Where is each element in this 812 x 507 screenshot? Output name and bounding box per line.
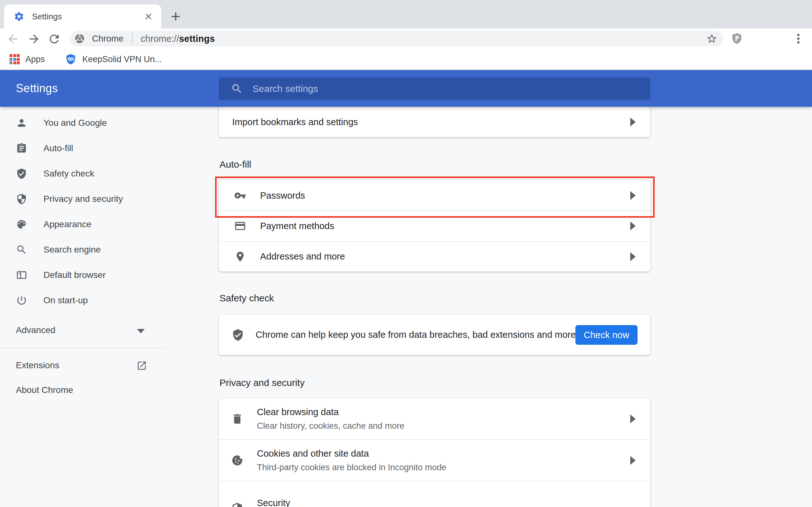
chevron-right-icon (630, 252, 636, 261)
browser-window: Settings (0, 0, 812, 507)
site-label: Chrome (92, 34, 124, 44)
safety-check-message: Chrome can help keep you safe from data … (256, 330, 576, 340)
privacy-card: Clear browsing data Clear history, cooki… (219, 398, 650, 507)
browser-toolbar: Chrome chrome://settings (0, 29, 812, 49)
chrome-logo-icon (74, 33, 85, 44)
sidebar-item-default-browser[interactable]: Default browser (0, 262, 165, 288)
back-icon[interactable] (6, 32, 20, 46)
url-path: settings (179, 34, 215, 44)
plus-icon (169, 9, 183, 23)
sidebar-item-safety-check[interactable]: Safety check (0, 161, 165, 186)
keepsolid-vpn-icon (65, 53, 77, 65)
search-icon (16, 244, 27, 256)
open-in-new-icon (136, 360, 147, 371)
row-clear-browsing-data[interactable]: Clear browsing data Clear history, cooki… (219, 398, 650, 440)
power-icon (16, 295, 27, 306)
sidebar-item-privacy[interactable]: Privacy and security (0, 186, 165, 212)
credit-card-icon (234, 220, 246, 232)
sidebar-item-appearance[interactable]: Appearance (0, 212, 165, 237)
shield-check-icon (16, 168, 27, 179)
import-bookmarks-row[interactable]: Import bookmarks and settings (219, 107, 650, 137)
key-icon (234, 189, 246, 202)
chevron-right-icon (630, 191, 636, 200)
tab-strip: Settings (0, 0, 812, 29)
omnibox-divider (132, 33, 133, 44)
chevron-down-icon (137, 329, 145, 333)
safety-check-card: Chrome can help keep you safe from data … (219, 315, 650, 355)
sidebar-item-autofill[interactable]: Auto-fill (0, 135, 165, 161)
url-scheme: chrome:// (141, 34, 179, 44)
settings-gear-favicon-icon (14, 11, 24, 22)
shield-check-icon (232, 329, 244, 341)
shield-half-icon (16, 193, 27, 205)
bookmarks-bar: Apps KeepSolid VPN Un... (0, 49, 812, 70)
sidebar-item-search-engine[interactable]: Search engine (0, 237, 165, 262)
row-payment-methods[interactable]: Payment methods (219, 211, 650, 241)
tab-close-icon[interactable] (143, 11, 154, 21)
settings-main: Import bookmarks and settings Auto-fill … (219, 107, 650, 507)
browser-menu-icon[interactable] (792, 32, 805, 45)
tab-settings[interactable]: Settings (4, 4, 161, 29)
chevron-right-icon (630, 414, 636, 424)
forward-icon[interactable] (27, 32, 41, 46)
sidebar-item-about-chrome[interactable]: About Chrome (0, 377, 165, 403)
section-heading-safety-check: Safety check (219, 293, 274, 303)
search-placeholder: Search settings (252, 83, 318, 94)
chevron-right-icon (630, 456, 636, 465)
sidebar-divider (0, 347, 165, 348)
section-heading-autofill: Auto-fill (219, 159, 251, 170)
bookmark-keepsolid-vpn[interactable]: KeepSolid VPN Un... (83, 55, 162, 64)
chevron-right-icon (630, 222, 636, 230)
sidebar-item-you-and-google[interactable]: You and Google (0, 110, 165, 135)
check-now-button[interactable]: Check now (575, 325, 638, 345)
settings-body: You and Google Auto-fill Safety check Pr… (0, 107, 812, 507)
settings-header: Settings Search settings (0, 70, 812, 107)
palette-icon (16, 219, 27, 230)
shield-security-icon (231, 502, 244, 507)
row-passwords[interactable]: Passwords (219, 181, 650, 211)
passwarden-extension-icon[interactable] (730, 32, 744, 46)
settings-search-input[interactable]: Search settings (219, 78, 650, 100)
address-bar[interactable]: Chrome chrome://settings (70, 31, 723, 47)
row-cookies[interactable]: Cookies and other site data Third-party … (219, 440, 650, 481)
person-icon (16, 117, 27, 129)
bookmark-apps[interactable]: Apps (26, 55, 45, 64)
bookmark-star-icon[interactable] (706, 33, 717, 44)
page-title: Settings (16, 70, 58, 107)
section-heading-privacy: Privacy and security (219, 377, 305, 388)
sidebar-item-extensions[interactable]: Extensions (0, 353, 165, 378)
cookie-icon (231, 454, 244, 467)
row-security[interactable]: Security Safe Browsing (protection from … (219, 481, 650, 507)
sidebar-item-on-startup[interactable]: On start-up (0, 288, 165, 313)
row-addresses[interactable]: Addresses and more (219, 242, 650, 272)
sidebar-advanced-toggle[interactable]: Advanced (0, 318, 165, 343)
location-pin-icon (234, 250, 246, 263)
chevron-right-icon (630, 118, 636, 126)
new-tab-button[interactable] (164, 4, 188, 29)
reload-icon[interactable] (48, 32, 61, 46)
apps-grid-icon (9, 54, 20, 64)
trash-icon (231, 412, 244, 425)
search-icon (231, 83, 243, 95)
browser-window-icon (16, 269, 27, 281)
tab-title: Settings (32, 12, 62, 21)
autofill-card: Passwords Payment methods Addresses and … (219, 181, 650, 272)
clipboard-icon (16, 143, 27, 154)
